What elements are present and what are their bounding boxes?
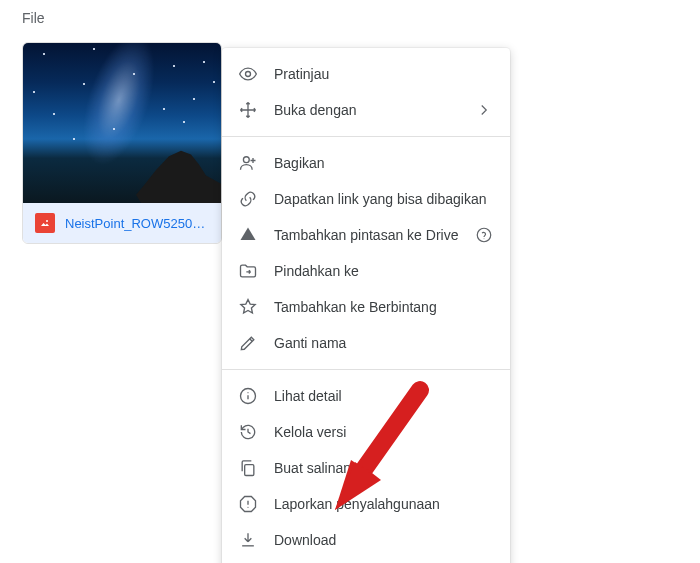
star-icon bbox=[238, 297, 258, 317]
file-card[interactable]: NeistPoint_ROW5250174... bbox=[22, 42, 222, 244]
eye-icon bbox=[238, 64, 258, 84]
context-menu: Pratinjau Buka dengan Bagikan Dapatkan l… bbox=[222, 48, 510, 563]
svg-point-2 bbox=[243, 157, 249, 163]
svg-point-3 bbox=[477, 228, 491, 242]
divider bbox=[222, 369, 510, 370]
menu-details[interactable]: Lihat detail bbox=[222, 378, 510, 414]
menu-share[interactable]: Bagikan bbox=[222, 145, 510, 181]
menu-open-with[interactable]: Buka dengan bbox=[222, 92, 510, 128]
menu-report-abuse[interactable]: Laporkan penyalahgunaan bbox=[222, 486, 510, 522]
history-icon bbox=[238, 422, 258, 442]
menu-get-link[interactable]: Dapatkan link yang bisa dibagikan bbox=[222, 181, 510, 217]
menu-report-abuse-label: Laporkan penyalahgunaan bbox=[274, 496, 494, 512]
menu-add-shortcut-label: Tambahkan pintasan ke Drive bbox=[274, 227, 474, 243]
svg-point-6 bbox=[247, 392, 248, 393]
svg-point-0 bbox=[46, 220, 48, 222]
menu-preview-label: Pratinjau bbox=[274, 66, 494, 82]
chevron-right-icon bbox=[474, 100, 494, 120]
move-arrows-icon bbox=[238, 100, 258, 120]
menu-rename-label: Ganti nama bbox=[274, 335, 494, 351]
menu-manage-versions-label: Kelola versi bbox=[274, 424, 494, 440]
svg-point-4 bbox=[484, 238, 485, 239]
svg-rect-7 bbox=[245, 465, 254, 476]
folder-move-icon bbox=[238, 261, 258, 281]
help-icon[interactable] bbox=[474, 225, 494, 245]
image-filetype-icon bbox=[35, 213, 55, 233]
menu-download-label: Download bbox=[274, 532, 494, 548]
info-icon bbox=[238, 386, 258, 406]
menu-download[interactable]: Download bbox=[222, 522, 510, 558]
menu-manage-versions[interactable]: Kelola versi bbox=[222, 414, 510, 450]
drive-add-icon bbox=[238, 225, 258, 245]
menu-make-copy[interactable]: Buat salinan bbox=[222, 450, 510, 486]
section-label: File bbox=[22, 10, 45, 26]
menu-open-with-label: Buka dengan bbox=[274, 102, 474, 118]
menu-move-to[interactable]: Pindahkan ke bbox=[222, 253, 510, 289]
menu-preview[interactable]: Pratinjau bbox=[222, 56, 510, 92]
file-info-row[interactable]: NeistPoint_ROW5250174... bbox=[23, 203, 221, 243]
file-thumbnail bbox=[23, 43, 221, 203]
menu-get-link-label: Dapatkan link yang bisa dibagikan bbox=[274, 191, 494, 207]
menu-rename[interactable]: Ganti nama bbox=[222, 325, 510, 361]
menu-add-shortcut[interactable]: Tambahkan pintasan ke Drive bbox=[222, 217, 510, 253]
menu-move-to-label: Pindahkan ke bbox=[274, 263, 494, 279]
menu-details-label: Lihat detail bbox=[274, 388, 494, 404]
menu-share-label: Bagikan bbox=[274, 155, 494, 171]
copy-icon bbox=[238, 458, 258, 478]
link-icon bbox=[238, 189, 258, 209]
svg-point-8 bbox=[247, 507, 248, 508]
pencil-icon bbox=[238, 333, 258, 353]
menu-add-star-label: Tambahkan ke Berbintang bbox=[274, 299, 494, 315]
report-icon bbox=[238, 494, 258, 514]
person-add-icon bbox=[238, 153, 258, 173]
download-icon bbox=[238, 530, 258, 550]
file-name: NeistPoint_ROW5250174... bbox=[65, 216, 209, 231]
menu-make-copy-label: Buat salinan bbox=[274, 460, 494, 476]
svg-point-1 bbox=[246, 72, 251, 77]
menu-add-star[interactable]: Tambahkan ke Berbintang bbox=[222, 289, 510, 325]
divider bbox=[222, 136, 510, 137]
